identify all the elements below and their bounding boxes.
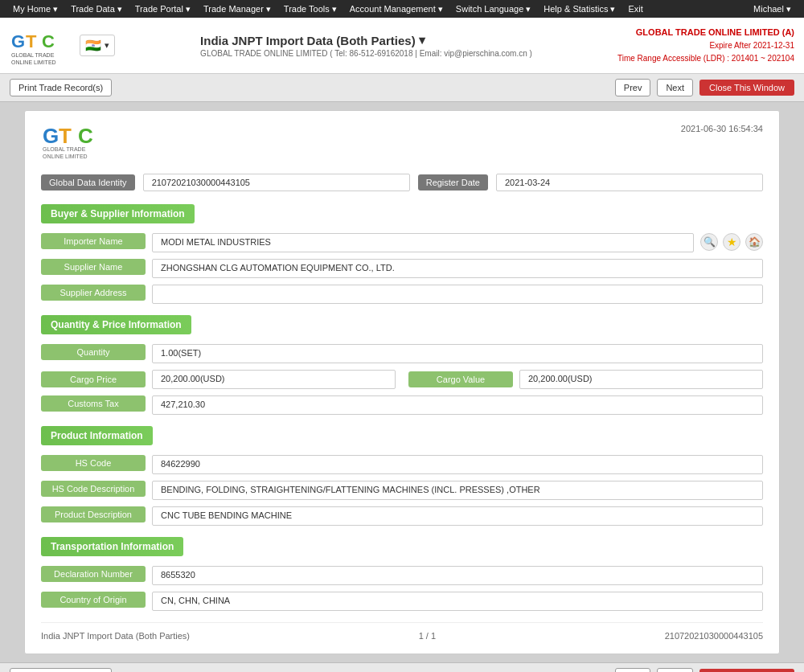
register-date-value: 2021-03-24 xyxy=(496,174,763,191)
hs-desc-label: HS Code Description xyxy=(41,481,146,497)
buyer-supplier-header: Buyer & Supplier Information xyxy=(41,204,195,223)
hs-code-label: HS Code xyxy=(41,455,146,471)
declaration-number-label: Declaration Number xyxy=(41,566,146,582)
buyer-supplier-section: Buyer & Supplier Information Importer Na… xyxy=(41,204,763,304)
customs-tax-value: 427,210.30 xyxy=(152,395,763,415)
product-desc-label: Product Description xyxy=(41,506,146,522)
importer-name-label: Importer Name xyxy=(41,233,146,249)
importer-name-value: MODI METAL INDUSTRIES xyxy=(152,233,694,252)
svg-text:T: T xyxy=(59,124,72,148)
title-dropdown-icon[interactable]: ▾ xyxy=(419,33,425,47)
supplier-name-row: Supplier Name ZHONGSHAN CLG AUTOMATION E… xyxy=(41,259,763,278)
user-menu[interactable]: Michael ▾ xyxy=(747,2,798,17)
buyer-icons: 🔍 ★ 🏠 xyxy=(700,233,763,251)
nav-trade-tools[interactable]: Trade Tools ▾ xyxy=(277,2,343,17)
cargo-value-value: 20,200.00(USD) xyxy=(519,370,763,389)
search-company-icon[interactable]: 🔍 xyxy=(700,233,718,251)
flag-dropdown-icon: ▾ xyxy=(105,40,109,51)
svg-text:G: G xyxy=(43,124,59,148)
toolbar-left: Print Trade Record(s) xyxy=(10,79,112,96)
hs-code-row: HS Code 84622990 xyxy=(41,455,763,474)
transportation-header: Transportation Information xyxy=(41,537,183,556)
hs-code-value: 84622990 xyxy=(152,455,763,474)
footer-record-type: India JNPT Import Data (Both Parties) xyxy=(41,631,190,641)
supplier-address-label: Supplier Address xyxy=(41,285,146,301)
quantity-price-section: Quantity & Price Information Quantity 1.… xyxy=(41,315,763,415)
cargo-value-col: Cargo Value 20,200.00(USD) xyxy=(408,370,763,389)
product-desc-row: Product Description CNC TUBE BENDING MAC… xyxy=(41,506,763,526)
record-card: G T C GLOBAL TRADE ONLINE LIMITED 2021-0… xyxy=(24,110,780,654)
card-logo: G T C GLOBAL TRADE ONLINE LIMITED xyxy=(41,124,137,162)
card-footer: India JNPT Import Data (Both Parties) 1 … xyxy=(41,622,763,641)
header-bar: G T C GLOBAL TRADE ONLINE LIMITED 🇮🇳 ▾ I… xyxy=(0,18,804,74)
customs-tax-label: Customs Tax xyxy=(41,395,146,412)
nav-switch-language[interactable]: Switch Language ▾ xyxy=(449,2,537,17)
header-subtitle: GLOBAL TRADE ONLINE LIMITED ( Tel: 86-51… xyxy=(200,49,532,58)
footer-record-id: 21072021030000443105 xyxy=(665,631,763,641)
expire-date: Expire After 2021-12-31 xyxy=(617,39,794,52)
global-data-identity-value: 21072021030000443105 xyxy=(143,174,410,191)
nav-items: My Home ▾ Trade Data ▾ Trade Portal ▾ Tr… xyxy=(6,2,650,17)
supplier-name-label: Supplier Name xyxy=(41,259,146,275)
cargo-price-col: Cargo Price 20,200.00(USD) xyxy=(41,370,396,389)
supplier-name-value: ZHONGSHAN CLG AUTOMATION EQUIPMENT CO., … xyxy=(152,259,763,278)
customs-tax-row: Customs Tax 427,210.30 xyxy=(41,395,763,415)
nav-help-statistics[interactable]: Help & Statistics ▾ xyxy=(537,2,621,17)
company-name: GLOBAL TRADE ONLINE LIMITED (A) xyxy=(617,26,794,40)
svg-text:T: T xyxy=(26,31,37,51)
quantity-price-header: Quantity & Price Information xyxy=(41,315,191,334)
gtc-logo: G T C GLOBAL TRADE ONLINE LIMITED xyxy=(10,25,70,67)
bottom-close-window-button[interactable]: Close This Window xyxy=(699,669,794,672)
product-header: Product Information xyxy=(41,426,153,445)
cargo-row: Cargo Price 20,200.00(USD) Cargo Value 2… xyxy=(41,370,763,389)
header-right: GLOBAL TRADE ONLINE LIMITED (A) Expire A… xyxy=(617,26,794,66)
star-icon[interactable]: ★ xyxy=(723,233,740,251)
bottom-print-button[interactable]: Print Trade Record(s) xyxy=(10,668,112,672)
home-icon[interactable]: 🏠 xyxy=(745,233,763,251)
hs-desc-value: BENDING, FOLDING, STRAIGHTENING/FLATTENI… xyxy=(152,481,763,500)
bottom-next-button[interactable]: Next xyxy=(657,668,693,672)
identity-row: Global Data Identity 2107202103000044310… xyxy=(41,174,763,191)
quantity-row: Quantity 1.00(SET) xyxy=(41,344,763,363)
prev-button[interactable]: Prev xyxy=(615,79,651,96)
bottom-toolbar: Print Trade Record(s) Prev Next Close Th… xyxy=(0,662,804,672)
declaration-number-row: Declaration Number 8655320 xyxy=(41,566,763,585)
importer-name-row: Importer Name MODI METAL INDUSTRIES 🔍 ★ … xyxy=(41,233,763,252)
nav-my-home[interactable]: My Home ▾ xyxy=(6,2,64,17)
nav-exit[interactable]: Exit xyxy=(621,2,649,17)
product-section: Product Information HS Code 84622990 HS … xyxy=(41,426,763,526)
nav-trade-manager[interactable]: Trade Manager ▾ xyxy=(197,2,277,17)
nav-account-management[interactable]: Account Management ▾ xyxy=(343,2,449,17)
toolbar-right: Prev Next Close This Window xyxy=(615,79,794,96)
svg-text:ONLINE LIMITED: ONLINE LIMITED xyxy=(43,154,88,159)
declaration-number-value: 8655320 xyxy=(152,566,763,585)
close-window-button[interactable]: Close This Window xyxy=(699,80,794,96)
record-timestamp: 2021-06-30 16:54:34 xyxy=(681,124,763,133)
country-of-origin-label: Country of Origin xyxy=(41,592,146,608)
country-flag-selector[interactable]: 🇮🇳 ▾ xyxy=(80,35,115,56)
header-left: G T C GLOBAL TRADE ONLINE LIMITED 🇮🇳 ▾ xyxy=(10,25,115,67)
supplier-address-value xyxy=(152,285,763,304)
bottom-prev-button[interactable]: Prev xyxy=(615,668,651,672)
next-button[interactable]: Next xyxy=(657,79,693,96)
cargo-price-value: 20,200.00(USD) xyxy=(152,370,396,389)
nav-trade-data[interactable]: Trade Data ▾ xyxy=(64,2,129,17)
print-button[interactable]: Print Trade Record(s) xyxy=(10,79,112,96)
bottom-toolbar-left: Print Trade Record(s) xyxy=(10,668,112,672)
page-title: India JNPT Import Data (Both Parties) ▾ xyxy=(200,33,532,47)
country-of-origin-value: CN, CHN, CHINA xyxy=(152,592,763,611)
svg-text:G: G xyxy=(11,31,25,51)
cargo-price-label: Cargo Price xyxy=(41,371,146,387)
hs-desc-row: HS Code Description BENDING, FOLDING, ST… xyxy=(41,481,763,500)
register-date-label: Register Date xyxy=(418,174,488,191)
footer-page-info: 1 / 1 xyxy=(419,631,436,641)
card-header: G T C GLOBAL TRADE ONLINE LIMITED 2021-0… xyxy=(41,124,763,162)
quantity-label: Quantity xyxy=(41,344,146,360)
top-toolbar: Print Trade Record(s) Prev Next Close Th… xyxy=(0,74,804,102)
svg-text:C: C xyxy=(42,31,55,51)
country-of-origin-row: Country of Origin CN, CHN, CHINA xyxy=(41,592,763,611)
top-navigation: My Home ▾ Trade Data ▾ Trade Portal ▾ Tr… xyxy=(0,0,804,18)
svg-text:ONLINE LIMITED: ONLINE LIMITED xyxy=(11,59,56,65)
nav-trade-portal[interactable]: Trade Portal ▾ xyxy=(129,2,197,17)
svg-text:C: C xyxy=(78,124,93,148)
